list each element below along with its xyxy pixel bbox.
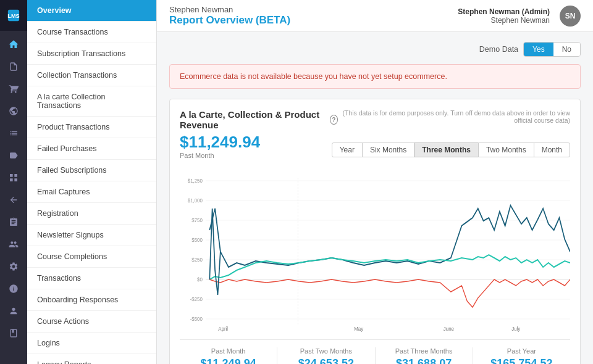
stat-item: Past Month$11,249.94 (180, 347, 277, 364)
demo-data-toggle: Yes No (523, 42, 581, 57)
nav-item-product-transactions[interactable]: Product Transactions (27, 117, 156, 138)
svg-text:$7,859.94: $7,859.94 (505, 331, 527, 332)
demo-data-yes[interactable]: Yes (524, 43, 553, 56)
sidebar-icon-globe[interactable] (0, 100, 27, 122)
svg-text:$500: $500 (191, 236, 203, 243)
nav-item-subscription-transactions[interactable]: Subscription Transactions (27, 43, 156, 65)
content-area: Demo Data Yes No Ecommerce data is not a… (157, 32, 593, 364)
time-tab-month[interactable]: Month (534, 143, 570, 157)
header-title-area: Stephen Newman Report Overview (BETA) (169, 5, 290, 27)
bottom-stats: Past Month$11,249.94Past Two Months$24,6… (180, 339, 570, 364)
sidebar-icon-home[interactable] (0, 33, 27, 56)
demo-data-label: Demo Data (479, 45, 518, 54)
chart-period: Past Month (180, 152, 260, 159)
svg-text:$750: $750 (191, 217, 203, 223)
stat-item: Past Three Months$31,688.07 (376, 347, 473, 364)
nav-item-registration[interactable]: Registration (27, 203, 156, 225)
time-tab-year[interactable]: Year (332, 143, 363, 157)
sidebar-icon-clipboard[interactable] (0, 211, 27, 233)
svg-text:-$500: -$500 (190, 315, 203, 322)
svg-text:May: May (354, 325, 364, 332)
header-right: Stephen Newman (Admin) Stephen Newman SN (458, 6, 581, 27)
nav-item-legacy-reports[interactable]: Legacy Reports (27, 354, 156, 364)
sidebar-icon-list[interactable] (0, 122, 27, 144)
chart-header: A la Carte, Collection & Product Revenue… (180, 109, 570, 130)
nav-item-course-transactions[interactable]: Course Transactions (27, 22, 156, 43)
nav-item-course-actions[interactable]: Course Actions (27, 311, 156, 333)
stat-label: Past Year (473, 347, 570, 355)
admin-sub: Stephen Newman (458, 16, 550, 25)
time-tab-two-months[interactable]: Two Months (478, 143, 534, 157)
svg-text:$1,000: $1,000 (188, 197, 203, 204)
header-user-greeting: Stephen Newman (169, 5, 290, 14)
top-header: Stephen Newman Report Overview (BETA) St… (157, 0, 593, 32)
stat-value: $11,249.94 (180, 357, 277, 364)
stat-value: $24,653.52 (277, 357, 374, 364)
chart-value-area: $11,249.94 Past Month (180, 133, 260, 167)
nav-item-logins[interactable]: Logins (27, 333, 156, 354)
chart-card: A la Carte, Collection & Product Revenue… (169, 99, 581, 364)
nav-item-email-captures[interactable]: Email Captures (27, 181, 156, 203)
alert-banner: Ecommerce data is not available because … (169, 64, 581, 89)
nav-sidebar: OverviewCourse TransactionsSubscription … (27, 0, 157, 364)
sidebar-icon-users[interactable] (0, 233, 27, 255)
icon-sidebar: LMS (0, 0, 27, 364)
svg-text:$11,176.52: $11,176.52 (437, 331, 461, 332)
nav-item-a-la-carte-collection-transactions[interactable]: A la carte Collection Transactions (27, 86, 156, 117)
svg-text:$0: $0 (197, 276, 203, 283)
sidebar-icon-info[interactable] (0, 278, 27, 300)
chart-title: A la Carte, Collection & Product Revenue… (180, 109, 338, 130)
svg-text:July: July (511, 325, 521, 332)
main-content: Stephen Newman Report Overview (BETA) St… (157, 0, 593, 364)
svg-text:June: June (444, 325, 454, 332)
sidebar-icon-tag[interactable] (0, 144, 27, 167)
time-tab-three-months[interactable]: Three Months (414, 143, 479, 157)
chart-controls: $11,249.94 Past Month YearSix MonthsThre… (180, 133, 570, 167)
svg-text:$250: $250 (191, 256, 203, 263)
nav-item-overview[interactable]: Overview (27, 0, 156, 22)
stat-item: Past Year$165,754.52 (473, 347, 570, 364)
avatar: SN (560, 6, 581, 27)
chart-svg-container: $1,250 $1,000 $750 $500 $250 $0 -$250 -$… (180, 172, 570, 332)
nav-item-transactions[interactable]: Transactions (27, 268, 156, 289)
sidebar-icon-gear[interactable] (0, 255, 27, 278)
svg-text:LMS: LMS (7, 13, 19, 19)
sidebar-icon-arrow[interactable] (0, 189, 27, 211)
logo-area: LMS (0, 0, 27, 31)
nav-item-course-completions[interactable]: Course Completions (27, 246, 156, 268)
nav-item-onboarding-responses[interactable]: Onboarding Responses (27, 289, 156, 311)
sidebar-icon-cart[interactable] (0, 78, 27, 100)
sidebar-icon-book[interactable] (0, 322, 27, 344)
nav-item-failed-subscriptions[interactable]: Failed Subscriptions (27, 160, 156, 181)
stat-label: Past Three Months (376, 347, 473, 355)
sidebar-icon-doc[interactable] (0, 56, 27, 78)
svg-text:$1,250: $1,250 (188, 177, 203, 184)
stat-label: Past Two Months (277, 347, 374, 355)
time-tab-six-months[interactable]: Six Months (362, 143, 414, 157)
time-range-tabs: YearSix MonthsThree MonthsTwo MonthsMont… (332, 143, 570, 157)
sidebar-icon-user[interactable] (0, 300, 27, 322)
chart-svg: $1,250 $1,000 $750 $500 $250 $0 -$250 -$… (180, 172, 570, 332)
demo-data-no[interactable]: No (553, 43, 580, 56)
admin-name: Stephen Newman (Admin) (458, 7, 550, 16)
chart-note: (This data is for demo purposes only. Tu… (338, 109, 570, 124)
stat-item: Past Two Months$24,653.52 (277, 347, 375, 364)
demo-data-row: Demo Data Yes No (169, 42, 581, 57)
svg-text:April: April (218, 325, 228, 332)
header-user-info: Stephen Newman (Admin) Stephen Newman (458, 7, 550, 25)
help-icon[interactable]: ? (330, 115, 338, 125)
stat-value: $165,754.52 (473, 357, 570, 364)
nav-item-newsletter-signups[interactable]: Newsletter Signups (27, 225, 156, 246)
stat-label: Past Month (180, 347, 277, 355)
nav-item-failed-purchases[interactable]: Failed Purchases (27, 138, 156, 160)
svg-text:-$250: -$250 (190, 296, 203, 302)
svg-text:2016: 2016 (217, 331, 229, 332)
chart-main-value: $11,249.94 (180, 133, 260, 152)
page-title: Report Overview (BETA) (169, 14, 290, 27)
sidebar-icon-grid[interactable] (0, 167, 27, 189)
nav-item-collection-transactions[interactable]: Collection Transactions (27, 65, 156, 86)
stat-value: $31,688.07 (376, 357, 473, 364)
svg-text:$9,646.40: $9,646.40 (348, 331, 369, 332)
